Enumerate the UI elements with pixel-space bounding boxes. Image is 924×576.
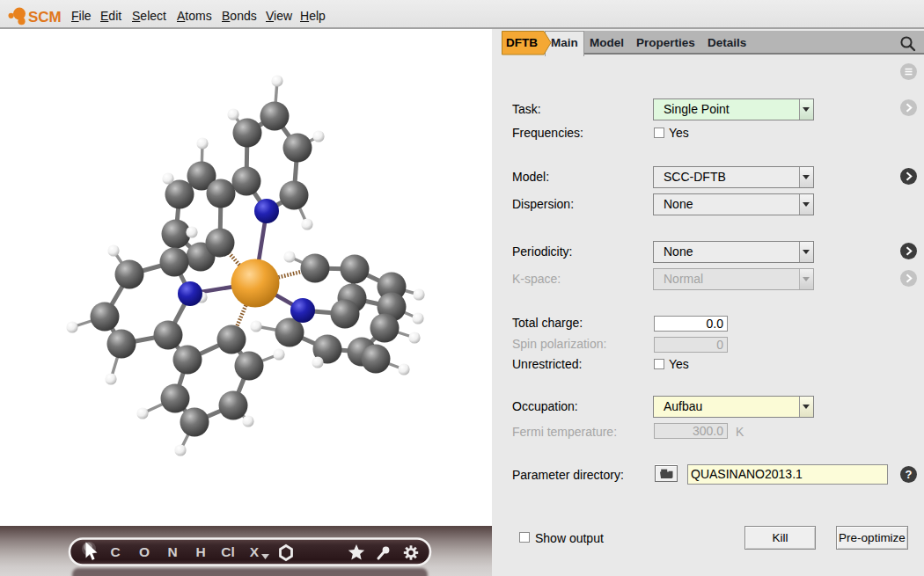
svg-text:?: ? bbox=[906, 468, 913, 481]
svg-text:H: H bbox=[195, 544, 205, 559]
svg-text:Cl: Cl bbox=[221, 544, 235, 559]
svg-text:O: O bbox=[139, 544, 150, 559]
svg-text:X: X bbox=[250, 544, 260, 559]
svg-text:C: C bbox=[110, 544, 120, 559]
svg-text:N: N bbox=[167, 544, 177, 559]
